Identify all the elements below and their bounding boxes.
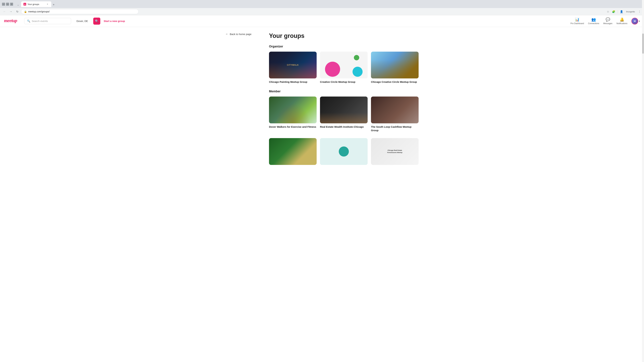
group-card-creative-circle[interactable]: Creative Circle Meetup Group xyxy=(320,52,368,84)
page-title: Your groups xyxy=(269,32,418,39)
tab-history-button[interactable]: ⌄ xyxy=(16,2,20,7)
circle-green xyxy=(354,55,359,60)
tab-favicon: m xyxy=(24,3,26,5)
back-to-home-link[interactable]: ← Back to home page xyxy=(226,32,262,36)
page-content: ← Back to home page Your groups Organize… xyxy=(221,27,422,178)
tab-close-button[interactable]: × xyxy=(46,3,49,6)
back-link-label: Back to home page xyxy=(230,33,252,35)
organizer-section-title: Organizer xyxy=(269,45,418,48)
search-button[interactable]: 🔍 xyxy=(93,17,100,25)
bottom-left-bg xyxy=(269,138,317,165)
group-card-image-chicago-creative xyxy=(371,52,418,78)
south-loop-bg xyxy=(371,96,418,123)
search-bar[interactable]: 🔍 Search events xyxy=(24,18,71,24)
window-controls: — ▭ ✕ xyxy=(2,3,13,6)
browser-titlebar: — ▭ ✕ ⌄ m Your groups × + xyxy=(0,0,644,8)
messages-icon: 💬 xyxy=(606,17,610,22)
group-card-south-loop[interactable]: The South Loop Cashflow Meetup Group xyxy=(371,96,418,132)
chicago-painting-bg: CITYWALK xyxy=(269,52,317,78)
group-name-real-estate: Real Estate Wealth Institute-Chicago xyxy=(320,125,368,129)
circle-teal xyxy=(352,67,362,77)
search-icon: 🔍 xyxy=(27,19,30,23)
notifications-nav-item[interactable]: 🔔 Notifications xyxy=(616,17,628,25)
member-groups-grid: Dover Walkers for Exercise and Fitness R… xyxy=(269,96,418,132)
notifications-label: Notifications xyxy=(616,22,628,25)
chevron-down-icon: ▾ xyxy=(639,20,640,22)
group-name-chicago-painting: Chicago Painting Meetup Group xyxy=(269,80,317,84)
real-estate-bg xyxy=(320,96,368,123)
group-card-image-chicago-painting: CITYWALK xyxy=(269,52,317,78)
group-card-image-creative-circle xyxy=(320,52,368,78)
incognito-label: Incognito xyxy=(626,10,635,13)
group-card-image-real-estate xyxy=(320,96,368,123)
people-icon: 👥 xyxy=(591,17,596,22)
main-content: Your groups Organizer CITYWALK Chicago P… xyxy=(269,32,418,173)
user-avatar[interactable]: M xyxy=(632,18,638,24)
group-name-creative-circle: Creative Circle Meetup Group xyxy=(320,80,368,84)
menu-button[interactable]: ⋮ xyxy=(637,9,642,14)
url-bar[interactable]: 🔒 meetup.com/groups/ xyxy=(21,9,138,14)
group-card-image-bottom-left xyxy=(269,138,317,165)
bottom-groups-grid: Chicago Real EstateForeclosures Meetup xyxy=(269,138,418,167)
group-name-south-loop: The South Loop Cashflow Meetup Group xyxy=(371,125,418,132)
forward-nav-button[interactable]: → xyxy=(8,9,14,14)
active-tab[interactable]: m Your groups × xyxy=(21,1,51,7)
group-card-dover-walkers[interactable]: Dover Walkers for Exercise and Fitness xyxy=(269,96,317,132)
group-card-bottom-right[interactable]: Chicago Real EstateForeclosures Meetup xyxy=(371,138,418,167)
pro-dashboard-label: Pro Dashboard xyxy=(570,22,584,25)
address-bar: ← → ↻ 🔒 meetup.com/groups/ ☆ 🧩 👤 Incogni… xyxy=(0,8,644,15)
group-card-bottom-left[interactable] xyxy=(269,138,317,167)
group-card-image-dover-walkers xyxy=(269,96,317,123)
browser-actions: ☆ 🧩 👤 Incognito ⋮ xyxy=(606,9,642,14)
user-avatar-area[interactable]: M ▾ xyxy=(632,18,640,24)
search-button-icon: 🔍 xyxy=(95,19,98,23)
location-display[interactable]: Dover, DE xyxy=(74,19,90,22)
circle-teal-large xyxy=(339,146,349,157)
start-new-group-button[interactable]: Start a new group xyxy=(104,19,125,22)
minimize-button[interactable]: — xyxy=(2,3,5,6)
chicago-re-placeholder-text: Chicago Real EstateForeclosures Meetup xyxy=(387,149,402,153)
site-header: meetup 🔍 Search events Dover, DE 🔍 Start… xyxy=(0,15,644,27)
new-tab-button[interactable]: + xyxy=(51,2,56,7)
dover-walkers-bg xyxy=(269,96,317,123)
refresh-button[interactable]: ↻ xyxy=(15,9,20,14)
search-placeholder: Search events xyxy=(32,19,48,22)
tab-title: Your groups xyxy=(28,3,39,5)
chicago-painting-text: CITYWALK xyxy=(287,64,299,66)
sidebar: ← Back to home page xyxy=(226,32,262,173)
url-text: meetup.com/groups/ xyxy=(28,10,50,13)
back-nav-button[interactable]: ← xyxy=(2,9,7,14)
group-card-chicago-creative[interactable]: Chicago Creative Circle Meetup Group xyxy=(371,52,418,84)
messages-nav-item[interactable]: 💬 Messages xyxy=(603,17,612,25)
extensions-button[interactable]: 🧩 xyxy=(611,9,616,14)
member-section-title: Member xyxy=(269,90,418,93)
group-card-real-estate[interactable]: Real Estate Wealth Institute-Chicago xyxy=(320,96,368,132)
browser-chrome: — ▭ ✕ ⌄ m Your groups × + ← → ↻ 🔒 meetup… xyxy=(0,0,644,15)
maximize-button[interactable]: ▭ xyxy=(6,3,9,6)
bottom-right-bg: Chicago Real EstateForeclosures Meetup xyxy=(371,138,418,165)
meetup-logo[interactable]: meetup xyxy=(4,17,21,25)
circle-pink xyxy=(325,62,340,77)
lock-icon: 🔒 xyxy=(24,10,27,13)
bookmark-icon[interactable]: ☆ xyxy=(606,9,610,14)
scrollbar-thumb[interactable] xyxy=(642,33,644,54)
organizer-groups-grid: CITYWALK Chicago Painting Meetup Group xyxy=(269,52,418,84)
profile-icon[interactable]: 👤 xyxy=(619,9,624,14)
svg-text:meetup: meetup xyxy=(4,18,17,23)
scrollbar[interactable] xyxy=(642,0,644,178)
close-button[interactable]: ✕ xyxy=(10,3,13,6)
pro-dashboard-nav-item[interactable]: 📊 Pro Dashboard xyxy=(570,17,584,25)
tab-bar: ⌄ m Your groups × + xyxy=(14,1,57,7)
member-section: Member Dover Walkers for Exercise and Fi… xyxy=(269,90,418,167)
group-card-image-bottom-mid xyxy=(320,138,368,165)
group-name-dover-walkers: Dover Walkers for Exercise and Fitness xyxy=(269,125,317,129)
bell-icon: 🔔 xyxy=(620,17,624,22)
connections-nav-item[interactable]: 👥 Connections xyxy=(588,17,599,25)
group-card-bottom-mid[interactable] xyxy=(320,138,368,167)
connections-label: Connections xyxy=(588,22,599,25)
location-text: Dover, DE xyxy=(76,19,88,22)
group-card-chicago-painting[interactable]: CITYWALK Chicago Painting Meetup Group xyxy=(269,52,317,84)
creative-circle-bg xyxy=(320,52,368,78)
group-card-image-south-loop xyxy=(371,96,418,123)
messages-label: Messages xyxy=(603,22,612,25)
